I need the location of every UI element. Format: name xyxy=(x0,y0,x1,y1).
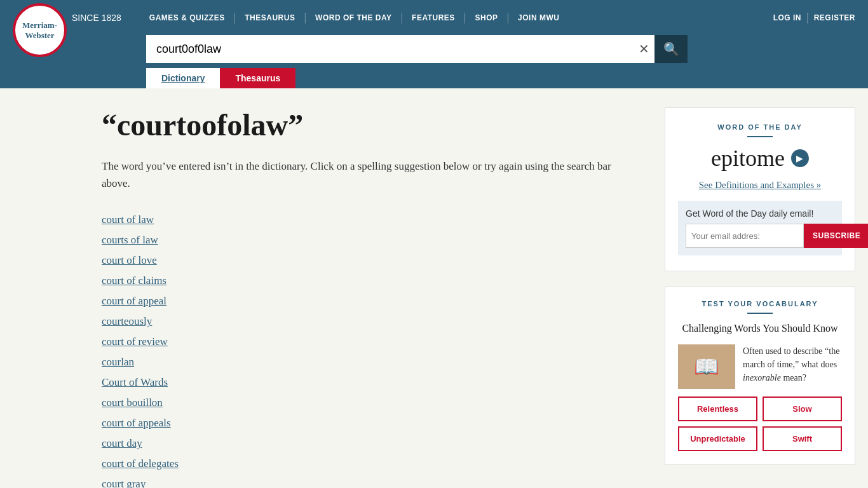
vocab-divider xyxy=(747,313,773,314)
vocab-image: 📖 xyxy=(678,344,735,389)
not-found-message: The word you’ve entered isn’t in the dic… xyxy=(102,158,639,192)
tabs-row: Dictionary Thesaurus xyxy=(0,68,868,88)
suggestion-link[interactable]: court of love xyxy=(102,254,157,266)
wotd-see-suffix: » xyxy=(817,180,822,190)
wotd-word: epitome ▶ xyxy=(678,145,842,172)
list-item: court of review xyxy=(102,332,639,352)
search-input[interactable] xyxy=(146,35,654,63)
wotd-email-label: Get Word of the Day daily email! xyxy=(686,208,834,219)
wotd-box: WORD OF THE DAY epitome ▶ See Definition… xyxy=(665,107,855,271)
list-item: courteously xyxy=(102,311,639,332)
vocab-choice-button[interactable]: Slow xyxy=(763,396,842,421)
vocab-choices: RelentlessSlowUnpredictableSwift xyxy=(678,396,842,451)
list-item: courlan xyxy=(102,352,639,372)
suggestion-link[interactable]: court of delegates xyxy=(102,458,179,470)
suggestion-link[interactable]: court gray xyxy=(102,478,146,488)
suggestion-link[interactable]: court of appeal xyxy=(102,295,166,307)
nav-features[interactable]: FEATURES xyxy=(403,13,464,22)
nav-shop[interactable]: SHOP xyxy=(466,13,506,22)
list-item: court of delegates xyxy=(102,454,639,474)
vocab-desc-word: inexorable xyxy=(743,373,781,383)
suggestion-link[interactable]: courts of law xyxy=(102,234,158,246)
vocab-choice-button[interactable]: Swift xyxy=(763,426,842,451)
list-item: court of appeals xyxy=(102,413,639,433)
vocab-desc-prefix: Often used to describe “the march of tim… xyxy=(743,346,839,369)
main-content: “courtoofolaw” The word you’ve entered i… xyxy=(102,107,665,488)
search-submit-button[interactable]: 🔍 xyxy=(654,35,688,63)
list-item: court of love xyxy=(102,250,639,271)
vocab-choice-button[interactable]: Unpredictable xyxy=(678,426,757,451)
nav-thesaurus[interactable]: THESAURUS xyxy=(236,13,304,22)
list-item: court day xyxy=(102,433,639,454)
list-item: court of claims xyxy=(102,271,639,291)
vocab-img-row: 📖 Often used to describe “the march of t… xyxy=(678,344,842,389)
vocab-label: TEST YOUR VOCABULARY xyxy=(678,300,842,308)
list-item: Court of Wards xyxy=(102,372,639,393)
nav-divider-right: | xyxy=(806,11,809,24)
content-wrap: “courtoofolaw” The word you’ve entered i… xyxy=(0,88,868,488)
main-nav: GAMES & QUIZZES | THESAURUS | WORD OF TH… xyxy=(140,11,773,24)
suggestion-link[interactable]: Court of Wards xyxy=(102,376,168,388)
suggestion-link[interactable]: courlan xyxy=(102,356,134,368)
page-title: “courtoofolaw” xyxy=(102,107,639,142)
wotd-email-section: Get Word of the Day daily email! SUBSCRI… xyxy=(678,201,842,255)
nav-login[interactable]: LOG IN xyxy=(773,13,801,22)
since-text: SINCE 1828 xyxy=(72,13,121,23)
list-item: court gray xyxy=(102,474,639,488)
wotd-see-link-text: See Definitions and Examples xyxy=(699,180,814,190)
logo[interactable]: Merriam-Webster SINCE 1828 xyxy=(13,0,121,44)
vocab-choice-button[interactable]: Relentless xyxy=(678,396,757,421)
list-item: court of appeal xyxy=(102,291,639,311)
logo-circle: Merriam-Webster xyxy=(13,3,67,57)
search-wrap: ✕ xyxy=(146,35,654,63)
suggestion-link[interactable]: court day xyxy=(102,437,142,449)
suggestion-list: court of lawcourts of lawcourt of loveco… xyxy=(102,210,639,488)
tab-dictionary[interactable]: Dictionary xyxy=(146,68,220,88)
list-item: court of law xyxy=(102,210,639,230)
subscribe-button[interactable]: SUBSCRIBE xyxy=(804,224,868,248)
wotd-word-text: epitome xyxy=(711,145,785,172)
nav-right: LOG IN | REGISTER xyxy=(773,11,855,24)
audio-button[interactable]: ▶ xyxy=(791,149,809,167)
vocab-description: Often used to describe “the march of tim… xyxy=(743,344,842,384)
suggestion-link[interactable]: court of appeals xyxy=(102,417,171,429)
sidebar: WORD OF THE DAY epitome ▶ See Definition… xyxy=(665,107,855,488)
list-item: courts of law xyxy=(102,230,639,250)
suggestion-link[interactable]: courteously xyxy=(102,315,152,327)
vocab-desc-suffix: mean? xyxy=(781,373,806,383)
tab-thesaurus[interactable]: Thesaurus xyxy=(220,68,295,88)
wotd-see-link[interactable]: See Definitions and Examples » xyxy=(699,180,821,190)
suggestion-link[interactable]: court of review xyxy=(102,336,168,348)
email-input[interactable] xyxy=(686,224,804,248)
vocab-title: Challenging Words You Should Know xyxy=(678,323,842,334)
vocab-box: TEST YOUR VOCABULARY Challenging Words Y… xyxy=(665,287,855,464)
list-item: court bouillon xyxy=(102,393,639,413)
nav-register[interactable]: REGISTER xyxy=(814,13,855,22)
search-clear-button[interactable]: ✕ xyxy=(639,41,649,57)
wotd-label: WORD OF THE DAY xyxy=(678,123,842,131)
suggestion-link[interactable]: court of claims xyxy=(102,274,166,287)
logo-text: Merriam-Webster xyxy=(22,20,57,40)
suggestion-link[interactable]: court of law xyxy=(102,214,154,226)
email-row: SUBSCRIBE xyxy=(686,224,834,248)
search-row: ✕ 🔍 xyxy=(0,35,868,68)
suggestion-link[interactable]: court bouillon xyxy=(102,396,163,409)
wotd-divider xyxy=(747,136,773,137)
nav-games[interactable]: GAMES & QUIZZES xyxy=(140,13,234,22)
search-icon: 🔍 xyxy=(663,41,679,57)
nav-word-of-day[interactable]: WORD OF THE DAY xyxy=(306,13,400,22)
nav-join[interactable]: JOIN MWU xyxy=(509,13,568,22)
